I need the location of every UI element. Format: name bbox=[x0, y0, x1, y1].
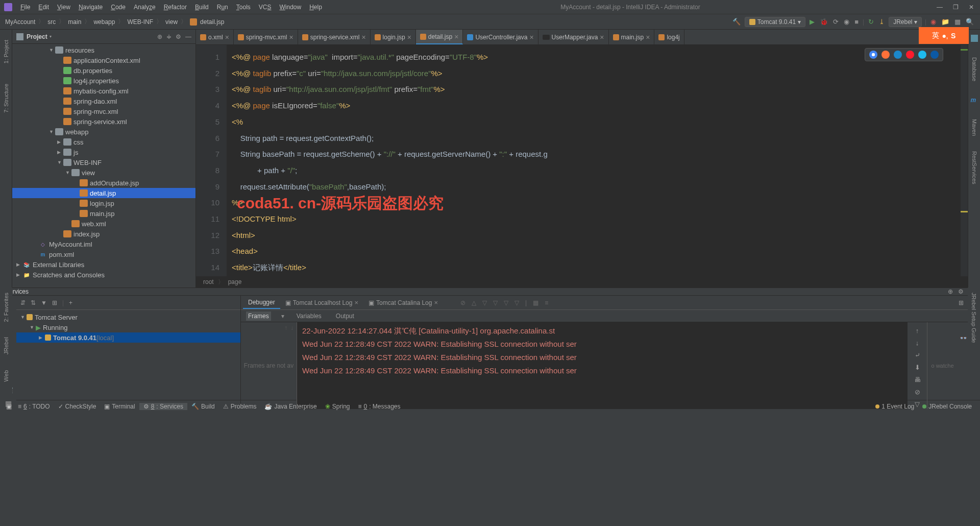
close-tab-icon[interactable]: × bbox=[600, 33, 604, 41]
collapse-icon[interactable]: ⇅ bbox=[31, 299, 36, 306]
expand-icon[interactable]: ⇵ bbox=[20, 299, 26, 306]
breadcrumb-item[interactable]: main bbox=[68, 18, 81, 26]
close-tab-icon[interactable]: × bbox=[225, 33, 229, 41]
settings-icon[interactable]: ⚙ bbox=[176, 33, 181, 40]
services-tree[interactable]: ▼Tomcat Server▼▶Running▶Tomcat 9.0.41 [l… bbox=[16, 310, 240, 409]
variables-tab[interactable]: Variables bbox=[295, 312, 324, 321]
run-config-dropdown[interactable]: Tomcat 9.0.41 ▾ bbox=[745, 17, 805, 27]
editor-tab[interactable]: UserMapper.java× bbox=[538, 30, 609, 44]
build-button[interactable]: 🔨Build bbox=[187, 403, 219, 410]
opera-icon[interactable] bbox=[906, 51, 914, 59]
tree-item[interactable]: login.jsp bbox=[12, 198, 195, 208]
editor-tab[interactable]: UserController.java× bbox=[463, 30, 538, 44]
tree-item[interactable]: log4j.properties bbox=[12, 76, 195, 86]
editor-tab[interactable]: spring-mvc.xml× bbox=[234, 30, 298, 44]
close-icon[interactable]: × bbox=[354, 299, 358, 306]
close-tab-icon[interactable]: × bbox=[407, 33, 411, 41]
code-crumb[interactable]: root bbox=[203, 278, 214, 285]
wrap-button[interactable]: ⤶ bbox=[912, 350, 923, 360]
tree-item[interactable]: spring-service.xml bbox=[12, 116, 195, 127]
tree-item[interactable]: ▼webapp bbox=[12, 127, 195, 137]
structure-tool-button[interactable]: 7: Structure bbox=[3, 84, 9, 113]
jrebel-icon2[interactable]: 📁 bbox=[940, 18, 950, 26]
expand-arrow-icon[interactable]: ▼ bbox=[65, 170, 71, 175]
debug-button[interactable]: 🐞 bbox=[819, 18, 829, 26]
down-button[interactable]: ↓ bbox=[912, 338, 923, 348]
breadcrumb-item[interactable]: view bbox=[165, 18, 178, 26]
debug-step-icon[interactable]: ⊘ bbox=[459, 299, 467, 306]
close-button[interactable]: ✕ bbox=[967, 4, 976, 11]
scroll-button[interactable]: ⬇ bbox=[912, 362, 923, 372]
dropdown-arrow-icon[interactable]: ▾ bbox=[50, 34, 52, 39]
editor-tab[interactable]: login.jsp× bbox=[371, 30, 416, 44]
web-tool-button[interactable]: Web bbox=[3, 370, 9, 381]
tree-item[interactable]: ▼WEB-INF bbox=[12, 157, 195, 168]
jrebel-setup-button[interactable]: JRebel Setup Guide bbox=[971, 293, 977, 343]
code-crumb[interactable]: page bbox=[228, 278, 242, 285]
jrebel-dropdown[interactable]: JRebel ▾ bbox=[889, 17, 922, 27]
clear-button[interactable]: ⊘ bbox=[912, 387, 923, 397]
settings-icon[interactable]: ⚙ bbox=[958, 288, 964, 295]
jrebel-tool-button[interactable]: JRebel bbox=[3, 337, 9, 354]
down-icon[interactable]: ↓ bbox=[290, 324, 293, 331]
search-everywhere-icon[interactable]: 🔍 bbox=[965, 18, 975, 26]
debug-step-icon[interactable]: ▽ bbox=[481, 299, 488, 306]
tree-item[interactable]: web.xml bbox=[12, 219, 195, 229]
close-tab-icon[interactable]: × bbox=[454, 33, 458, 41]
messages-button[interactable]: ≡0: Messages bbox=[354, 403, 404, 410]
ime-indicator[interactable]: 英●‚S bbox=[919, 27, 969, 44]
filter-icon[interactable]: ▼ bbox=[41, 299, 47, 306]
breadcrumb-item[interactable]: src bbox=[47, 18, 56, 26]
project-title[interactable]: Project bbox=[27, 33, 47, 40]
tree-item[interactable]: ▶📁Scratches and Consoles bbox=[12, 270, 195, 280]
menu-run[interactable]: Run bbox=[213, 2, 232, 13]
hide-icon[interactable]: — bbox=[185, 33, 191, 40]
debug-step-icon[interactable]: | bbox=[524, 299, 528, 306]
database-icon[interactable] bbox=[971, 35, 978, 42]
output-tab[interactable]: Debugger bbox=[243, 297, 280, 309]
tree-item[interactable]: mybatis-config.xml bbox=[12, 86, 195, 96]
add-icon[interactable]: + bbox=[69, 299, 72, 306]
collapse-icon[interactable]: ≑ bbox=[166, 33, 172, 40]
locate-icon[interactable]: ⊕ bbox=[157, 33, 162, 40]
print-button[interactable]: 🖶 bbox=[912, 374, 923, 385]
expand-arrow-icon[interactable]: ▼ bbox=[57, 160, 63, 165]
database-tool-button[interactable]: Database bbox=[971, 57, 977, 81]
service-tree-item[interactable]: ▶Tomcat 9.0.41 [local] bbox=[16, 332, 240, 343]
debug-step-icon[interactable]: ▦ bbox=[532, 299, 540, 306]
checkstyle-button[interactable]: ✓CheckStyle bbox=[54, 403, 101, 410]
close-tab-icon[interactable]: × bbox=[646, 33, 650, 41]
debug-step-icon[interactable]: ≡ bbox=[544, 299, 549, 306]
dropdown-icon[interactable]: ▾ bbox=[281, 313, 284, 320]
minimap[interactable] bbox=[961, 45, 968, 276]
edge-icon[interactable] bbox=[930, 51, 939, 59]
favorites-tool-button[interactable]: 2: Favorites bbox=[3, 293, 9, 322]
maven-icon[interactable]: m bbox=[971, 97, 978, 104]
rest-tool-button[interactable]: RestServices bbox=[971, 151, 977, 184]
profile-button[interactable]: ◉ bbox=[843, 18, 850, 26]
jrebel-console-button[interactable]: JRebel Console bbox=[918, 403, 976, 410]
expand-arrow-icon[interactable]: ▶ bbox=[16, 272, 22, 277]
watch-icon[interactable]: 👓 bbox=[960, 334, 967, 342]
close-icon[interactable]: × bbox=[434, 299, 438, 306]
terminal-button[interactable]: ▣Terminal bbox=[100, 403, 139, 410]
tree-item[interactable]: spring-mvc.xml bbox=[12, 106, 195, 116]
menu-file[interactable]: File bbox=[16, 2, 34, 13]
coverage-button[interactable]: ⟳ bbox=[832, 18, 840, 26]
tree-item[interactable]: ▶📚External Libraries bbox=[12, 259, 195, 270]
firefox-icon[interactable] bbox=[881, 51, 890, 59]
tree-item[interactable]: main.jsp bbox=[12, 208, 195, 219]
run-button[interactable]: ▶ bbox=[808, 18, 816, 26]
menu-build[interactable]: Build bbox=[191, 2, 213, 13]
editor-tab[interactable]: detail.jsp× bbox=[416, 30, 463, 44]
tree-item[interactable]: mpom.xml bbox=[12, 249, 195, 259]
debug-step-icon[interactable]: ▽ bbox=[513, 299, 520, 306]
close-tab-icon[interactable]: × bbox=[529, 33, 533, 41]
tree-item[interactable]: ▼view bbox=[12, 168, 195, 178]
debug-step-icon[interactable]: ▽ bbox=[492, 299, 499, 306]
service-tree-item[interactable]: ▼Tomcat Server bbox=[16, 312, 240, 322]
tree-item[interactable]: addOrupdate.jsp bbox=[12, 178, 195, 188]
locate-icon[interactable]: ⊕ bbox=[948, 288, 953, 295]
expand-arrow-icon[interactable]: ▼ bbox=[49, 129, 55, 134]
tree-item[interactable]: ▶css bbox=[12, 137, 195, 147]
